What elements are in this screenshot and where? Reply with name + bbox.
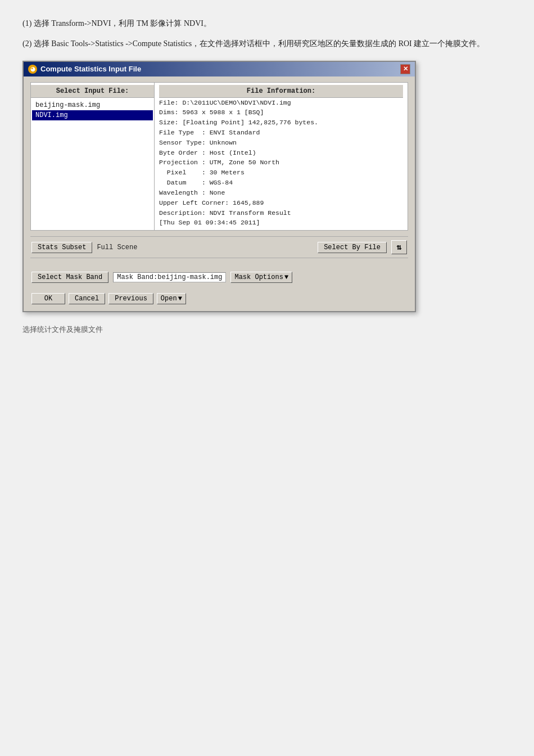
dialog-title-icon: ◕ [28,65,37,74]
mask-options-arrow: ▼ [284,273,288,281]
select-mask-band-button[interactable]: Select Mask Band [31,272,108,283]
main-panels: Select Input File: beijing-mask.img NDVI… [30,82,408,231]
open-button[interactable]: Open ▼ [157,293,186,304]
file-item-ndvi[interactable]: NDVI.img [32,110,153,120]
controls-row3: OK Cancel Previous Open ▼ [30,291,408,305]
open-arrow: ▼ [178,295,182,303]
previous-button[interactable]: Previous [108,293,153,304]
footer-text: 选择统计文件及掩膜文件 [22,325,512,335]
ok-button[interactable]: OK [31,293,65,304]
mask-options-label: Mask Options [234,273,283,281]
mask-band-value: Mask Band:beijing-mask.img [113,272,226,282]
compute-statistics-dialog: ◕ Compute Statistics Input File ✕ Select… [22,61,416,313]
left-panel-header: Select Input File: [31,85,154,98]
sort-button[interactable]: ⇅ [391,240,407,254]
left-panel: Select Input File: beijing-mask.img NDVI… [31,83,155,231]
close-button[interactable]: ✕ [400,64,410,74]
file-item-beijing-mask[interactable]: beijing-mask.img [32,100,153,110]
select-by-file-button[interactable]: Select By File [318,242,387,253]
stats-subset-value: Full Scene [97,244,137,251]
step1-text: (1) 选择 Transform->NDVI，利用 TM 影像计算 NDVI。 [22,17,512,30]
dialog-body: Select Input File: beijing-mask.img NDVI… [24,76,415,312]
file-list: beijing-mask.img NDVI.img [31,98,154,123]
right-panel-header: File Information: [159,85,403,98]
cancel-button[interactable]: Cancel [69,293,105,304]
titlebar-left: ◕ Compute Statistics Input File [28,65,141,74]
right-panel: File Information: File: D:\2011UC\DEMO\N… [155,83,408,231]
open-label: Open [161,295,177,303]
file-info-text: File: D:\2011UC\DEMO\NDVI\NDVI.img Dims:… [159,98,403,228]
controls-row1: Stats Subset Full Scene Select By File ⇅ [30,236,408,258]
dialog-title: Compute Statistics Input File [40,65,141,73]
mask-options-button[interactable]: Mask Options ▼ [230,272,292,283]
controls-row2: Select Mask Band Mask Band:beijing-mask.… [30,268,408,286]
step2-text: (2) 选择 Basic Tools->Statistics ->Compute… [22,37,512,51]
stats-subset-button[interactable]: Stats Subset [31,242,92,253]
dialog-titlebar: ◕ Compute Statistics Input File ✕ [24,62,415,76]
